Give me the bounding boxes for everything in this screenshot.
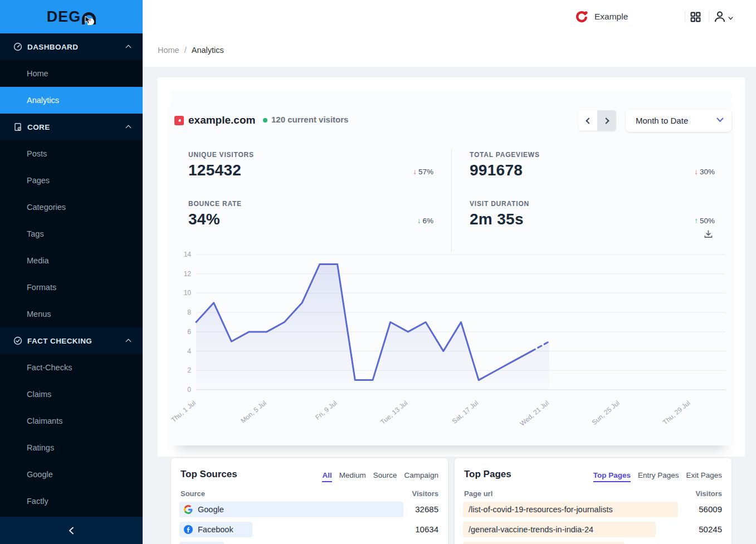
- site-header-row: example.com 120 current visitors Month t…: [171, 114, 731, 136]
- stat-change-badge: ↓30%: [694, 168, 715, 176]
- partial-row-bar[interactable]: [179, 542, 224, 544]
- sidebar-section-fact-checking[interactable]: FACT CHECKING: [0, 327, 143, 354]
- table-row-partial: [455, 542, 731, 544]
- sidebar-item-analytics[interactable]: Analytics: [0, 87, 143, 114]
- site-favicon-icon: [174, 116, 184, 125]
- sidebar-item-tags[interactable]: Tags: [0, 220, 143, 247]
- sidebar-item-media[interactable]: Media: [0, 247, 143, 274]
- arrow-down-icon: ↓: [413, 168, 417, 176]
- visitors-area-chart[interactable]: 02468101214Thu, 1 JulMon, 5 JulFri, 9 Ju…: [171, 247, 731, 439]
- sidebar-item-claims[interactable]: Claims: [0, 381, 143, 408]
- page-content: example.com 120 current visitors Month t…: [143, 67, 756, 544]
- tab-medium[interactable]: Medium: [339, 471, 366, 482]
- stat-change-badge: ↓6%: [417, 217, 433, 225]
- stats-divider: [451, 149, 452, 252]
- stat-bounce-rate: BOUNCE RATE 34% ↓6%: [188, 200, 433, 228]
- current-visitors-label: 120 current visitors: [271, 115, 348, 124]
- logo-text: DEG: [47, 9, 81, 24]
- row-visitors-value: 10634: [415, 525, 438, 534]
- header-divider: [709, 11, 709, 22]
- download-icon[interactable]: [704, 229, 713, 241]
- stat-change-badge: ↓57%: [413, 168, 433, 176]
- column-visitors: Visitors: [412, 489, 438, 498]
- next-period-button[interactable]: [597, 110, 616, 131]
- period-dropdown-value: Month to Date: [636, 116, 688, 125]
- site-domain: example.com: [188, 114, 255, 126]
- chevron-down-icon: [728, 17, 733, 20]
- stat-visit-duration: VISIT DURATION 2m 35s ↑50%: [470, 200, 715, 228]
- row-label: /list-of-covid-19-resources-for-journali…: [469, 505, 613, 514]
- stat-label: UNIQUE VISITORS: [188, 151, 433, 159]
- stat-label: BOUNCE RATE: [188, 200, 433, 208]
- sidebar-item-google[interactable]: Google: [0, 461, 143, 488]
- top-sources-tabs: AllMediumSourceCampaign: [322, 471, 438, 482]
- breadcrumb-home-link[interactable]: Home: [158, 46, 179, 55]
- top-sources-title: Top Sources: [181, 469, 237, 480]
- source-link[interactable]: Facebook: [179, 522, 252, 537]
- user-icon: [713, 10, 726, 23]
- table-row: Facebook10634: [171, 522, 448, 537]
- sidebar-item-home[interactable]: Home: [0, 60, 143, 87]
- partial-row-bar[interactable]: [463, 542, 625, 544]
- stat-label: TOTAL PAGEVIEWS: [470, 151, 715, 159]
- sidebar-item-formats[interactable]: Formats: [0, 274, 143, 301]
- sidebar-section-dashboard[interactable]: DASHBOARD: [0, 33, 143, 60]
- row-label: Google: [198, 505, 224, 514]
- chevron-up-icon: [126, 45, 131, 51]
- svg-text:0: 0: [187, 386, 191, 394]
- stat-total-pageviews: TOTAL PAGEVIEWS 991678 ↓30%: [470, 151, 715, 179]
- period-dropdown[interactable]: Month to Date: [626, 110, 731, 132]
- sidebar-item-fact-checks[interactable]: Fact-Checks: [0, 354, 143, 381]
- source-link[interactable]: Google: [179, 502, 403, 517]
- tab-top-pages[interactable]: Top Pages: [593, 471, 631, 482]
- analytics-content-card: example.com 120 current visitors Month t…: [158, 77, 745, 457]
- breadcrumb-current: Analytics: [192, 46, 224, 55]
- previous-period-button[interactable]: [578, 110, 597, 131]
- grid-icon: [690, 11, 701, 23]
- chevron-left-icon: [68, 527, 75, 535]
- table-row: /general-vaccine-trends-in-india-2450245: [455, 522, 731, 537]
- row-label: Facebook: [198, 525, 233, 534]
- tab-campaign[interactable]: Campaign: [404, 471, 438, 482]
- column-page-url: Page url: [464, 489, 492, 498]
- page-url-link[interactable]: /general-vaccine-trends-in-india-24: [463, 522, 656, 537]
- sidebar-item-categories[interactable]: Categories: [0, 194, 143, 220]
- row-visitors-value: 56009: [699, 504, 722, 514]
- top-header: Example: [143, 0, 756, 33]
- svg-text:2: 2: [187, 366, 191, 374]
- sidebar-item-pages[interactable]: Pages: [0, 167, 143, 194]
- sidebar-item-menus[interactable]: Menus: [0, 301, 143, 327]
- dashboard-icon: [13, 42, 22, 51]
- apps-grid-button[interactable]: [690, 0, 703, 33]
- svg-text:Mon, 5 Jul: Mon, 5 Jul: [239, 399, 267, 425]
- stat-change-value: 30%: [700, 168, 715, 176]
- sidebar-item-claimants[interactable]: Claimants: [0, 408, 143, 434]
- brand-red-icon: [575, 10, 589, 24]
- stat-change-badge: ↑50%: [694, 217, 715, 225]
- svg-text:4: 4: [187, 347, 191, 355]
- sidebar-item-ratings[interactable]: Ratings: [0, 434, 143, 461]
- tab-all[interactable]: All: [322, 471, 331, 482]
- tab-entry-pages[interactable]: Entry Pages: [638, 471, 679, 482]
- stat-change-value: 50%: [700, 217, 715, 225]
- sidebar-item-posts[interactable]: Posts: [0, 140, 143, 167]
- space-selector-label: Example: [594, 12, 628, 22]
- facebook-icon: [184, 525, 193, 534]
- sidebar-collapse-trigger[interactable]: [0, 517, 143, 544]
- user-menu-button[interactable]: [713, 0, 733, 33]
- sidebar-section-core[interactable]: CORE: [0, 114, 143, 140]
- tab-exit-pages[interactable]: Exit Pages: [686, 471, 722, 482]
- page-url-link[interactable]: /list-of-covid-19-resources-for-journali…: [463, 502, 678, 517]
- stat-change-value: 57%: [418, 168, 433, 176]
- top-sources-card: Top Sources AllMediumSourceCampaign Sour…: [171, 458, 448, 544]
- period-arrows: [578, 110, 616, 131]
- top-pages-title: Top Pages: [464, 469, 511, 480]
- svg-text:Sat, 17 Jul: Sat, 17 Jul: [451, 399, 480, 425]
- table-row-partial: [171, 542, 448, 544]
- sidebar-menu: DASHBOARD HomeAnalytics CORE PostsPagesC…: [0, 33, 143, 514]
- tab-source[interactable]: Source: [373, 471, 397, 482]
- svg-text:10: 10: [184, 289, 192, 297]
- chevron-up-icon: [126, 125, 131, 131]
- chevron-right-icon: [603, 117, 609, 124]
- sidebar-item-factly[interactable]: Factly: [0, 488, 143, 514]
